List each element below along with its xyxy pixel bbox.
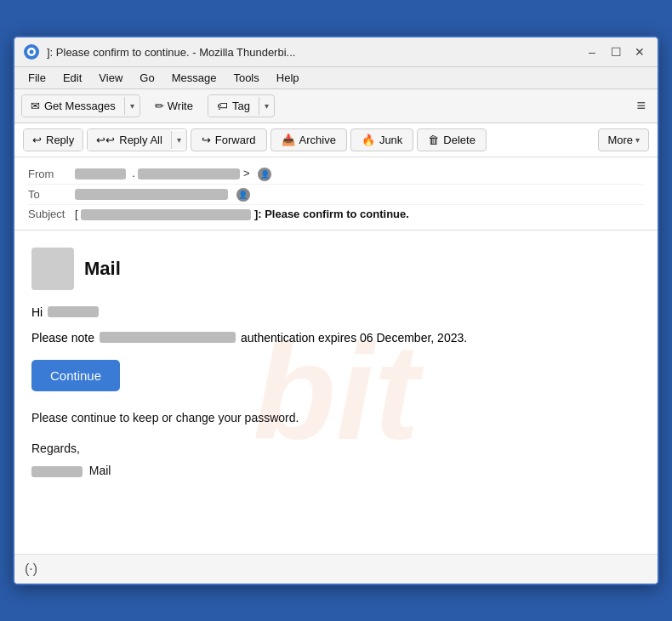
to-redacted	[75, 189, 228, 200]
hi-text: Hi	[31, 305, 43, 319]
menu-message[interactable]: Message	[165, 69, 224, 87]
tag-dropdown[interactable]: ▾	[259, 97, 274, 115]
please-note-redacted	[100, 332, 236, 343]
write-button[interactable]: ✏ Write	[145, 95, 202, 117]
menu-go[interactable]: Go	[133, 69, 161, 87]
mail-logo	[31, 248, 74, 290]
subject-text: ]: Please confirm to continue.	[254, 208, 409, 220]
to-value: 👤	[75, 187, 644, 202]
please-note-text: Please note	[31, 331, 94, 345]
tag-button[interactable]: 🏷 Tag	[208, 95, 259, 117]
reply-all-icon: ↩↩	[96, 134, 115, 146]
svg-point-2	[30, 50, 34, 54]
reply-split: ↩ Reply	[23, 128, 83, 151]
more-label: More	[607, 134, 633, 146]
to-avatar-icon: 👤	[236, 188, 250, 202]
delete-label: Delete	[443, 134, 476, 146]
main-toolbar: ✉ Get Messages ▾ ✏ Write 🏷 Tag ▾ ≡	[14, 89, 658, 123]
to-label: To	[28, 188, 75, 201]
junk-button[interactable]: 🔥 Junk	[350, 128, 413, 151]
menu-tools[interactable]: Tools	[226, 69, 265, 87]
junk-icon: 🔥	[362, 134, 375, 146]
signature: Mail	[31, 461, 641, 480]
subject-redacted	[81, 209, 251, 220]
rss-icon: (·)	[25, 561, 37, 577]
archive-icon: 📥	[282, 134, 295, 146]
signature-redacted	[31, 466, 83, 477]
delete-icon: 🗑	[428, 134, 439, 146]
reply-all-split: ↩↩ Reply All ▾	[87, 128, 187, 151]
from-avatar-icon: 👤	[258, 168, 271, 181]
thunderbird-window: ]: Please confirm to continue. - Mozilla…	[13, 36, 659, 584]
get-messages-split: ✉ Get Messages ▾	[21, 94, 140, 117]
reply-icon: ↩	[32, 134, 42, 146]
close-button[interactable]: ✕	[630, 43, 649, 61]
please-note-line: Please note authentication expires 06 De…	[31, 331, 641, 345]
from-email-redacted	[138, 168, 240, 179]
hi-line: Hi	[31, 305, 641, 319]
pencil-icon: ✏	[155, 100, 164, 112]
get-messages-dropdown[interactable]: ▾	[124, 97, 140, 115]
from-value: . > 👤	[75, 167, 644, 181]
reply-all-dropdown[interactable]: ▾	[171, 131, 186, 149]
email-headers: From . > 👤 To 👤 Subject [ ]: Please conf…	[14, 157, 658, 230]
title-bar: ]: Please confirm to continue. - Mozilla…	[14, 37, 658, 67]
reply-all-label: Reply All	[119, 134, 162, 146]
subject-row: Subject [ ]: Please confirm to continue.	[28, 205, 644, 223]
hamburger-button[interactable]: ≡	[631, 94, 651, 118]
get-messages-button[interactable]: ✉ Get Messages	[22, 95, 124, 117]
from-row: From . > 👤	[28, 164, 644, 185]
mail-title: Mail	[84, 258, 121, 280]
reply-all-button[interactable]: ↩↩ Reply All	[88, 129, 171, 151]
menu-bar: File Edit View Go Message Tools Help	[14, 67, 658, 89]
forward-button[interactable]: ↪ Forward	[191, 128, 267, 151]
from-label: From	[28, 168, 75, 180]
menu-edit[interactable]: Edit	[56, 69, 88, 87]
regards-text: Regards,	[31, 439, 641, 458]
menu-view[interactable]: View	[92, 69, 129, 87]
authentication-text: authentication expires 06 December, 2023…	[241, 331, 467, 345]
archive-label: Archive	[299, 134, 336, 146]
archive-button[interactable]: 📥 Archive	[271, 128, 347, 151]
signature-label: Mail	[89, 464, 111, 477]
maximize-button[interactable]: ☐	[607, 43, 625, 61]
from-name-redacted	[75, 168, 126, 179]
email-body: bit Mail Hi Please note authentication e…	[14, 231, 658, 554]
subject-label: Subject	[28, 208, 75, 220]
more-button[interactable]: More ▾	[598, 128, 649, 151]
tag-icon: 🏷	[217, 100, 228, 112]
junk-label: Junk	[379, 134, 402, 146]
subject-value: [ ]: Please confirm to continue.	[75, 208, 644, 220]
more-chevron-icon: ▾	[635, 135, 640, 145]
window-title: ]: Please confirm to continue. - Mozilla…	[47, 46, 576, 59]
reply-button[interactable]: ↩ Reply	[24, 129, 83, 151]
minimize-button[interactable]: –	[583, 43, 601, 61]
write-label: Write	[168, 100, 193, 112]
menu-file[interactable]: File	[21, 69, 53, 87]
continue-button[interactable]: Continue	[31, 360, 120, 391]
delete-button[interactable]: 🗑 Delete	[417, 128, 487, 151]
envelope-icon: ✉	[31, 100, 40, 112]
tag-split: 🏷 Tag ▾	[208, 94, 275, 117]
info-text: Please continue to keep or change your p…	[31, 408, 641, 427]
window-controls: – ☐ ✕	[583, 43, 649, 61]
forward-label: Forward	[215, 134, 256, 146]
get-messages-label: Get Messages	[44, 100, 116, 112]
menu-help[interactable]: Help	[270, 69, 306, 87]
forward-icon: ↪	[202, 134, 211, 146]
tag-label: Tag	[232, 100, 250, 112]
footer-bar: (·)	[14, 554, 658, 584]
action-bar: ↩ Reply ↩↩ Reply All ▾ ↪ Forward 📥 Archi…	[14, 123, 658, 157]
app-icon	[23, 43, 40, 60]
hi-name-redacted	[48, 306, 99, 317]
regards-section: Regards, Mail	[31, 439, 641, 481]
reply-label: Reply	[46, 134, 74, 146]
to-row: To 👤	[28, 185, 644, 205]
mail-header: Mail	[31, 248, 641, 290]
